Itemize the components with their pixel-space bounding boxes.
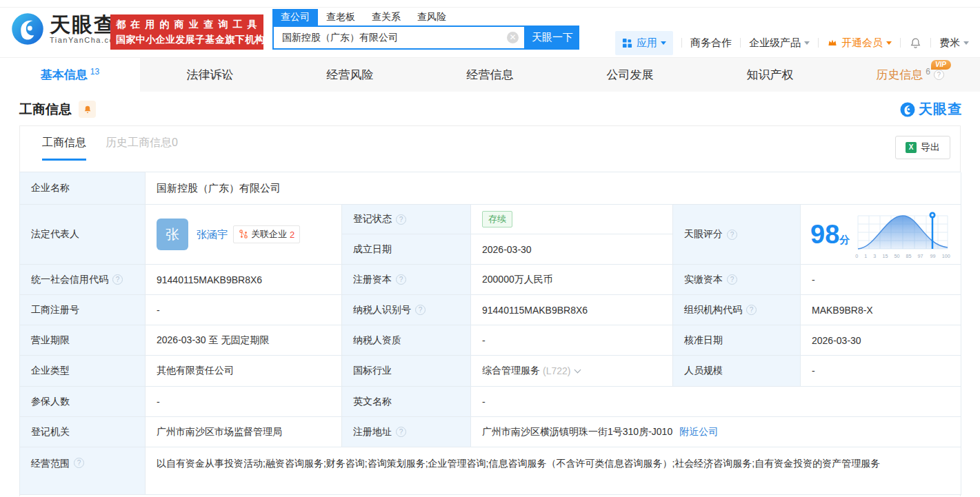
chevron-down-icon (661, 41, 666, 45)
help-icon[interactable]: ? (934, 70, 944, 80)
label-legal-representative: 法定代表人 (20, 205, 146, 265)
label-registered-capital: 注册资本? (342, 265, 471, 295)
label-tyc-score: 天眼评分? (673, 205, 801, 265)
header-nav: 应用 商务合作 企业级产品 开通会员 费米 (615, 30, 969, 55)
label-taxpayer-qualification: 纳税人资质 (342, 325, 471, 356)
search-tab-relation[interactable]: 查关系 (363, 9, 409, 26)
value-english-name: - (471, 387, 961, 417)
nearby-companies-link[interactable]: 附近公司 (679, 426, 718, 438)
search-button[interactable]: 天眼一下 (526, 26, 579, 50)
score-distribution-chart: 0131550859799100 (855, 210, 950, 259)
excel-icon: X (906, 142, 917, 153)
legal-rep-name-link[interactable]: 张涵宇 (197, 228, 228, 241)
search-tab-boss[interactable]: 查老板 (318, 9, 363, 26)
vip-crown-icon (827, 37, 838, 48)
value-business-term: 2026-03-30 至 无固定期限 (146, 325, 342, 356)
tab-operation-risk[interactable]: 经营风险 (280, 58, 420, 92)
value-company-name: 国新控股（广东）有限公司 (146, 172, 961, 205)
value-registered-address: 广州市南沙区横沥镇明珠一街1号310房-J010 附近公司 (471, 417, 961, 447)
org-network-icon (239, 230, 248, 239)
chevron-down-icon (963, 41, 969, 45)
value-taxpayer-qualification: - (471, 325, 673, 356)
tab-history-info[interactable]: VIP 历史信息6 ? (840, 58, 980, 92)
label-staff-size: 人员规模 (673, 356, 801, 387)
bell-icon (83, 105, 92, 114)
help-icon[interactable]: ? (396, 214, 406, 225)
subtab-business-info[interactable]: 工商信息 (42, 136, 86, 161)
value-registered-capital: 200000万人民币 (471, 265, 673, 295)
help-icon[interactable]: ? (727, 230, 737, 240)
score-axis-ticks: 0131550859799100 (855, 253, 950, 259)
tab-basic-count: 13 (90, 67, 99, 77)
help-icon[interactable]: ? (727, 274, 737, 285)
chevron-down-icon (886, 41, 892, 45)
enterprise-products-menu[interactable]: 企业级产品 (749, 37, 810, 50)
label-company-type: 企业类型 (20, 356, 146, 387)
chevron-down-icon[interactable] (574, 366, 581, 373)
chevron-down-icon (804, 41, 810, 45)
grid-icon (622, 38, 632, 48)
value-registration-authority: 广州市南沙区市场监督管理局 (146, 417, 342, 447)
watermark-brand: 天眼查 (919, 100, 962, 119)
subtab-history-business-info[interactable]: 历史工商信息0 (106, 136, 178, 159)
industry-code: (L722) (543, 365, 570, 376)
label-paid-capital: 实缴资本? (673, 265, 801, 295)
search-input[interactable] (272, 26, 526, 50)
value-paid-capital: - (801, 265, 961, 295)
label-company-name: 企业名称 (20, 172, 146, 205)
help-icon[interactable]: ? (746, 305, 757, 315)
apps-menu[interactable]: 应用 (615, 31, 673, 55)
tab-operation-info[interactable]: 经营信息 (420, 58, 560, 92)
business-cooperation-link[interactable]: 商务合作 (690, 37, 732, 50)
tab-legal-proceedings[interactable]: 法律诉讼 (140, 58, 280, 92)
label-business-scope: 经营范围? (20, 447, 146, 495)
help-icon[interactable]: ? (415, 305, 426, 315)
vip-badge: VIP (931, 60, 951, 70)
search-tab-company[interactable]: 查公司 (272, 9, 318, 26)
label-credit-code: 统一社会信用代码? (20, 265, 146, 295)
help-icon[interactable]: ? (396, 427, 406, 437)
monitor-bell-button[interactable] (79, 101, 96, 118)
label-industry: 国标行业 (342, 356, 471, 387)
label-establish-date: 成立日期 (342, 234, 471, 265)
notification-bell-icon[interactable] (909, 37, 922, 50)
help-icon[interactable]: ? (74, 458, 84, 468)
business-info-table: 企业名称 国新控股（广东）有限公司 法定代表人 张 张涵宇 关联企业 2 登记状… (19, 172, 961, 495)
search-tabs: 查公司 查老板 查关系 查风险 (272, 9, 579, 26)
clear-icon[interactable]: ✕ (507, 32, 519, 43)
promo-line-2: 国家中小企业发展子基金旗下机构 (116, 34, 258, 46)
value-registration-status: 存续 (471, 205, 673, 234)
header: 天眼查 TianYanCha.com 都在用的商业查询工具 国家中小企业发展子基… (0, 8, 980, 57)
related-companies-badge[interactable]: 关联企业 2 (233, 225, 300, 243)
search-tab-risk[interactable]: 查风险 (409, 9, 454, 26)
tab-basic-info[interactable]: 基本信息13 (0, 58, 140, 92)
label-insured-count: 参保人数 (20, 387, 146, 417)
value-credit-code: 91440115MAKB9BR8X6 (146, 265, 342, 295)
value-industry[interactable]: 综合管理服务 (L722) (471, 356, 673, 387)
tab-company-development[interactable]: 公司发展 (560, 58, 700, 92)
label-business-term: 营业期限 (20, 325, 146, 356)
status-badge: 存续 (482, 211, 512, 227)
label-english-name: 英文名称 (342, 387, 471, 417)
tab-intellectual-property[interactable]: 知识产权 (700, 58, 840, 92)
tab-history-count: 6 (926, 67, 930, 77)
avatar[interactable]: 张 (157, 219, 188, 250)
business-info-card: 工商信息 历史工商信息0 X 导出 企业名称 国新控股（广东）有限公司 法定代表… (19, 125, 961, 496)
tianyancha-logo[interactable]: 天眼查 TianYanCha.com (10, 11, 122, 47)
help-icon[interactable]: ? (396, 274, 406, 285)
value-registration-number: - (146, 295, 342, 325)
value-insured-count: - (146, 387, 342, 417)
value-establish-date: 2026-03-30 (471, 234, 673, 265)
company-tabs: 基本信息13 法律诉讼 经营风险 经营信息 公司发展 知识产权 VIP 历史信息… (0, 57, 980, 92)
tianyancha-eye-icon (10, 11, 46, 47)
label-registration-status: 登记状态? (342, 205, 471, 234)
value-business-scope: 以自有资金从事投资活动;融资咨询服务;财务咨询;咨询策划服务;企业管理咨询;信息… (146, 447, 961, 495)
value-tyc-score[interactable]: 98分 0131550859799100 (801, 205, 961, 265)
user-menu[interactable]: 费米 (939, 37, 969, 50)
help-icon[interactable]: ? (112, 274, 123, 285)
tianyancha-eye-icon (899, 101, 916, 118)
card-head: 工商信息 历史工商信息0 X 导出 (20, 136, 960, 172)
export-button[interactable]: X 导出 (895, 136, 950, 159)
label-registered-address: 注册地址? (342, 417, 471, 447)
open-vip-menu[interactable]: 开通会员 (827, 37, 892, 50)
